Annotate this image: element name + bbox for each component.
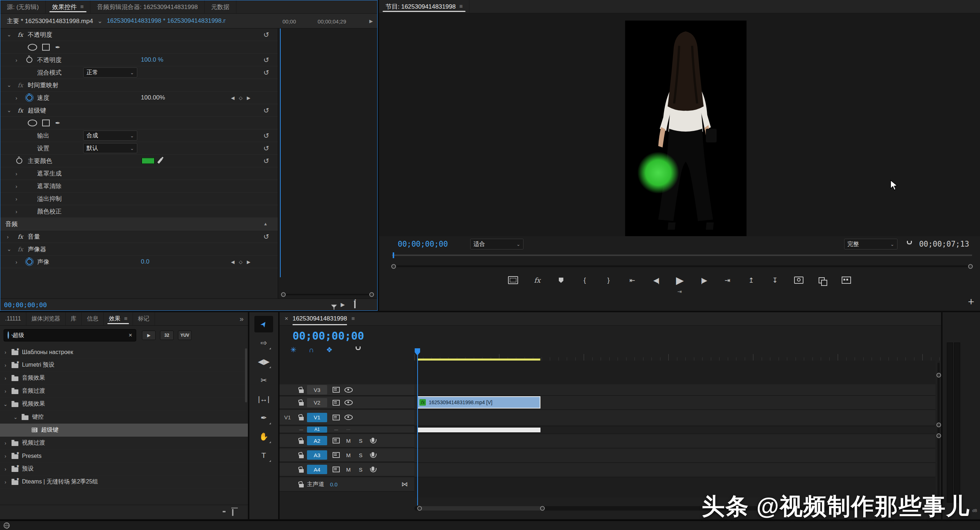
tree-scrollbar[interactable] bbox=[245, 348, 247, 402]
prev-keyframe-icon[interactable]: ◀ bbox=[231, 259, 235, 265]
stopwatch-icon[interactable] bbox=[16, 158, 22, 164]
bit-depth-32-badge[interactable]: 32 bbox=[160, 330, 173, 340]
timeline-ruler[interactable] bbox=[414, 335, 941, 361]
lift-icon[interactable]: ↥ bbox=[746, 275, 756, 286]
disclosure-arrow-icon[interactable]: › bbox=[3, 479, 8, 485]
balance-value[interactable]: 0.0 bbox=[141, 258, 150, 265]
row-opacity-param[interactable]: › 不透明度 100.0 % ↺ bbox=[0, 54, 278, 66]
chevron-right-icon[interactable]: › bbox=[16, 208, 17, 214]
play-audio-only-icon[interactable]: ▶ bbox=[340, 302, 345, 308]
zoom-level-select[interactable]: 适合 ⌄ bbox=[470, 239, 523, 249]
effect-ultra-key[interactable]: 超级键 bbox=[0, 424, 248, 437]
step-forward-icon[interactable]: |▶ bbox=[699, 275, 708, 286]
reset-icon[interactable]: ↺ bbox=[263, 132, 269, 140]
row-matte-generation[interactable]: › 遮罩生成 bbox=[0, 167, 278, 180]
panel-tab[interactable]: 源: (无剪辑) ≡ bbox=[0, 0, 46, 13]
solo-button[interactable]: S bbox=[355, 438, 367, 444]
type-tool[interactable]: T bbox=[255, 447, 273, 464]
lane-v3[interactable] bbox=[414, 384, 935, 396]
track-target-v2[interactable]: V2 bbox=[307, 398, 327, 407]
output-select[interactable]: 合成⌄ bbox=[83, 131, 137, 140]
linked-selection-icon[interactable]: ❖ bbox=[326, 345, 332, 354]
reset-icon[interactable]: ↺ bbox=[263, 106, 269, 115]
track-header-a2[interactable]: A2 M S bbox=[280, 434, 414, 448]
disclosure-arrow-icon[interactable]: ⌄ bbox=[13, 414, 18, 420]
program-timecode[interactable]: 00;00;00;00 bbox=[398, 240, 448, 248]
chevron-down-icon[interactable]: ⌄ bbox=[7, 246, 11, 252]
go-to-out-icon[interactable]: ⇥ bbox=[723, 275, 732, 286]
sync-lock-icon[interactable] bbox=[330, 400, 342, 405]
collapse-icon[interactable]: ▲ bbox=[263, 221, 268, 227]
stopwatch-icon[interactable] bbox=[26, 259, 32, 265]
timeline-timecode[interactable]: 00;00;00;00 bbox=[293, 330, 364, 342]
track-header-v2[interactable]: V2 bbox=[280, 397, 414, 409]
reset-icon[interactable]: ↺ bbox=[263, 56, 269, 64]
opacity-value[interactable]: 100.0 % bbox=[141, 56, 163, 64]
row-speed[interactable]: › 速度 100.00% ◀ ◇ ▶ bbox=[0, 92, 278, 104]
track-header-a4[interactable]: A4 M S bbox=[280, 463, 414, 477]
reset-icon[interactable]: ↺ bbox=[263, 69, 269, 77]
lock-icon[interactable] bbox=[296, 438, 307, 444]
yuv-badge[interactable]: YUV bbox=[178, 330, 192, 340]
pen-mask-icon[interactable]: ✒ bbox=[55, 44, 60, 51]
selection-tool[interactable]: ➤ bbox=[255, 316, 273, 332]
sequence-tab[interactable]: 1625309414831998 bbox=[293, 315, 347, 322]
track-target-v1[interactable]: V1 bbox=[307, 413, 327, 422]
rect-mask-icon[interactable] bbox=[42, 44, 50, 51]
next-keyframe-icon[interactable]: ▶ bbox=[247, 95, 250, 101]
row-time-remap-group[interactable]: ⌄ fx 时间重映射 bbox=[0, 79, 278, 92]
add-keyframe-icon[interactable]: ◇ bbox=[239, 95, 242, 101]
panel-menu-icon[interactable]: ≡ bbox=[351, 316, 355, 322]
chevron-down-icon[interactable]: ⌄ bbox=[7, 82, 11, 88]
chevron-down-icon[interactable]: ⌄ bbox=[7, 107, 11, 113]
snap-icon[interactable]: ∩ bbox=[309, 346, 314, 354]
chevron-right-icon[interactable]: › bbox=[16, 171, 17, 177]
key-color-swatch[interactable] bbox=[142, 158, 154, 164]
chevron-right-icon[interactable]: › bbox=[16, 57, 17, 63]
lane-a4[interactable] bbox=[414, 463, 935, 477]
extract-icon[interactable]: ↧ bbox=[770, 275, 780, 286]
button-editor-icon[interactable] bbox=[842, 275, 851, 286]
disclosure-arrow-icon[interactable]: › bbox=[3, 350, 8, 355]
disclosure-arrow-icon[interactable]: › bbox=[3, 375, 8, 381]
lane-v1[interactable] bbox=[414, 410, 935, 426]
panel-tab[interactable]: 效果控件 ≡ bbox=[46, 0, 91, 13]
track-target-a3[interactable]: A3 bbox=[307, 450, 327, 460]
speed-value[interactable]: 100.00% bbox=[141, 94, 165, 101]
export-settings-icon[interactable] bbox=[354, 302, 356, 308]
ellipse-mask-icon[interactable] bbox=[28, 44, 37, 51]
effect-mini-timeline[interactable]: 00;00 00;00;04;29 bbox=[278, 29, 378, 299]
fx-icon[interactable]: fx bbox=[18, 233, 23, 240]
panel-tab[interactable]: 音频剪辑混合器: 1625309414831998 ≡ bbox=[91, 0, 205, 13]
disclosure-arrow-icon[interactable]: › bbox=[3, 440, 8, 446]
ripple-edit-tool[interactable]: ◀▶ bbox=[255, 353, 273, 370]
export-frame-icon[interactable] bbox=[794, 275, 803, 286]
prev-keyframe-icon[interactable]: ◀ bbox=[231, 95, 235, 101]
mark-out-icon[interactable]: } bbox=[604, 275, 613, 286]
disclosure-arrow-icon[interactable]: › bbox=[3, 466, 8, 472]
solo-button[interactable]: S bbox=[355, 452, 367, 458]
panel-tab[interactable]: 标记 ≡ bbox=[133, 312, 155, 325]
chevron-right-icon[interactable]: › bbox=[16, 259, 17, 265]
bin-dteams[interactable]: › Dteams | 无缝转场 第2季25组 bbox=[0, 476, 248, 488]
master-gain-value[interactable]: 0.0 bbox=[330, 481, 337, 487]
rect-mask-icon[interactable] bbox=[42, 120, 50, 126]
program-tab[interactable]: 节目: 1625309414831998 ≡ bbox=[379, 0, 469, 13]
trash-icon[interactable] bbox=[232, 509, 234, 516]
bin-lumetri-presets[interactable]: › Lumetri 预设 bbox=[0, 359, 248, 372]
bin-audio-effects[interactable]: › 音频效果 bbox=[0, 372, 248, 385]
panel-tab[interactable]: 效果 ≡ bbox=[104, 312, 133, 325]
mini-scrollbar[interactable] bbox=[282, 294, 373, 295]
disclosure-arrow-icon[interactable]: › bbox=[3, 362, 8, 368]
row-color-correction[interactable]: › 颜色校正 bbox=[0, 205, 278, 218]
lock-icon[interactable] bbox=[296, 481, 307, 487]
search-input[interactable]: 超级 × bbox=[3, 329, 136, 342]
bin-video-transitions[interactable]: › 视频过渡 bbox=[0, 437, 248, 450]
panel-menu-icon[interactable]: ≡ bbox=[124, 316, 127, 322]
track-target-a4[interactable]: A4 bbox=[307, 465, 327, 474]
next-keyframe-icon[interactable]: ▶ bbox=[247, 259, 250, 265]
timeline-vertical-scrollbar[interactable] bbox=[937, 363, 940, 498]
track-target-v3[interactable]: V3 bbox=[307, 385, 327, 394]
slip-tool[interactable]: |↔| bbox=[255, 391, 273, 407]
comparison-view-icon[interactable] bbox=[818, 275, 827, 286]
